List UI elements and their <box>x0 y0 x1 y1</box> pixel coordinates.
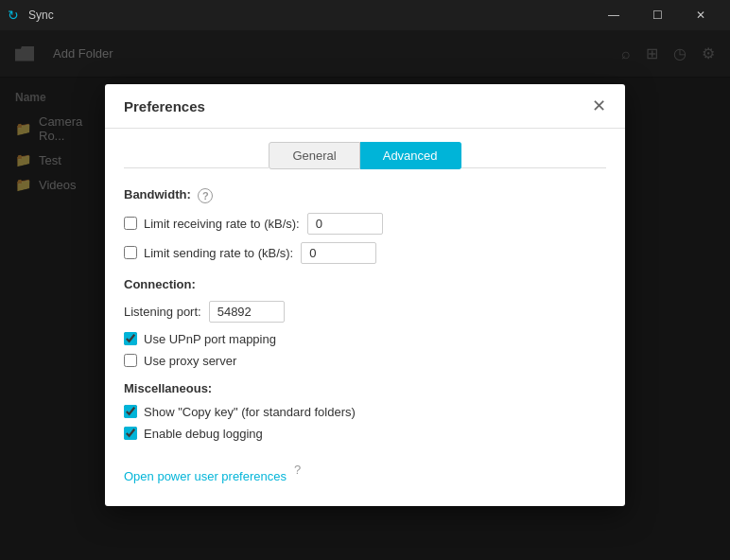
listening-port-row: Listening port: <box>124 301 606 323</box>
dialog-header: Preferences ✕ <box>105 84 625 129</box>
copy-key-row: Show "Copy key" (for standard folders) <box>124 405 606 419</box>
tab-advanced[interactable]: Advanced <box>360 142 461 169</box>
limit-receiving-row: Limit receiving rate to (kB/s): <box>124 213 606 235</box>
debug-row: Enable debug logging <box>124 427 606 441</box>
maximize-button[interactable]: ☐ <box>635 0 679 30</box>
upnp-label[interactable]: Use UPnP port mapping <box>124 332 276 346</box>
minimize-button[interactable]: — <box>592 0 635 30</box>
app-area: Add Folder ⌕ ⊞ ◷ ⚙ Name 📁 Camera Ro... 📁… <box>0 30 730 560</box>
listening-port-label: Listening port: <box>124 305 201 319</box>
tab-divider-right <box>461 167 606 168</box>
connection-section-title: Connection: <box>124 277 606 291</box>
tab-general[interactable]: General <box>269 142 359 169</box>
proxy-checkbox[interactable] <box>124 354 137 367</box>
upnp-checkbox[interactable] <box>124 332 137 345</box>
limit-sending-label[interactable]: Limit sending rate to (kB/s): <box>124 246 293 260</box>
proxy-label[interactable]: Use proxy server <box>124 354 236 368</box>
listening-port-input[interactable] <box>209 301 285 323</box>
dialog-body: Bandwidth: ? Limit receiving rate to (kB… <box>105 168 625 506</box>
preferences-dialog: Preferences ✕ General Advanced Bandwidth… <box>105 84 625 506</box>
app-icon: ↻ <box>8 8 23 23</box>
limit-sending-checkbox[interactable] <box>124 246 137 259</box>
limit-sending-input[interactable] <box>301 242 376 264</box>
limit-receiving-input[interactable] <box>307 213 383 235</box>
tab-bar: General Advanced <box>105 129 625 168</box>
app-title: Sync <box>28 9 592 22</box>
dialog-close-button[interactable]: ✕ <box>592 97 606 114</box>
debug-label[interactable]: Enable debug logging <box>124 427 263 441</box>
tab-divider-left <box>124 167 269 168</box>
dialog-title: Preferences <box>124 98 205 114</box>
copy-key-checkbox[interactable] <box>124 405 137 418</box>
copy-key-label[interactable]: Show "Copy key" (for standard folders) <box>124 405 356 419</box>
bandwidth-help-icon[interactable]: ? <box>198 188 213 203</box>
limit-receiving-checkbox[interactable] <box>124 217 137 230</box>
bandwidth-section-title: Bandwidth: ? <box>124 187 606 203</box>
title-bar: ↻ Sync — ☐ ✕ <box>0 0 730 30</box>
window-controls: — ☐ ✕ <box>592 0 722 30</box>
upnp-row: Use UPnP port mapping <box>124 332 606 346</box>
proxy-row: Use proxy server <box>124 354 606 368</box>
power-user-help-icon[interactable]: ? <box>294 463 301 477</box>
limit-sending-row: Limit sending rate to (kB/s): <box>124 242 606 264</box>
power-user-row: Open power user preferences ? <box>124 456 606 483</box>
debug-checkbox[interactable] <box>124 427 137 440</box>
power-user-link[interactable]: Open power user preferences <box>124 469 287 483</box>
misc-section-title: Miscellaneous: <box>124 381 606 395</box>
window-close-button[interactable]: ✕ <box>679 0 722 30</box>
limit-receiving-label[interactable]: Limit receiving rate to (kB/s): <box>124 217 300 231</box>
dialog-overlay: Preferences ✕ General Advanced Bandwidth… <box>0 30 730 560</box>
